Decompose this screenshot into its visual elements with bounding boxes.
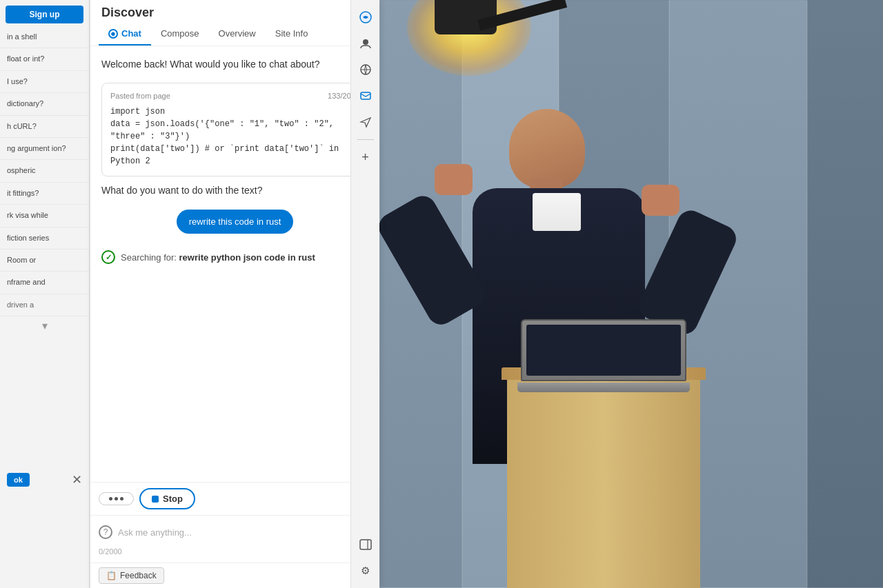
laptop-screen	[526, 325, 681, 376]
copilot-header: Discover ● Chat Compose Overview Site In…	[90, 0, 379, 46]
copilot-icon	[359, 11, 372, 23]
question-item[interactable]: rk visa while	[0, 205, 89, 227]
chat-content: Welcome back! What would you like to cha…	[90, 46, 379, 482]
tab-compose[interactable]: Compose	[151, 23, 209, 45]
svg-point-1	[363, 39, 368, 45]
signup-button[interactable]: Sign up	[6, 6, 83, 23]
char-count-row: 0/2000 ✎	[99, 545, 371, 560]
question-item[interactable]: nframe and	[0, 272, 89, 294]
dot-1	[109, 497, 112, 500]
person-collar	[533, 193, 581, 231]
question-item[interactable]: Room or	[0, 250, 89, 272]
searching-row: ✓ Searching for: rewrite python json cod…	[101, 245, 368, 270]
more-options-button[interactable]	[99, 492, 134, 505]
send-icon	[359, 116, 372, 128]
person-left-hand	[435, 164, 473, 195]
feedback-icon: 📋	[106, 571, 117, 580]
outlook-icon-btn[interactable]	[355, 85, 376, 106]
tab-chat-label: Chat	[121, 28, 141, 39]
tab-overview[interactable]: Overview	[209, 23, 266, 45]
plus-icon-btn[interactable]: +	[355, 147, 376, 168]
send-icon-btn[interactable]	[355, 112, 376, 132]
icon-bar: + ⚙	[350, 0, 379, 588]
question-item[interactable]: dictionary?	[0, 93, 89, 115]
dot-2	[115, 497, 118, 500]
chat-tab-icon: ●	[108, 29, 118, 39]
settings-gear-icon: ⚙	[361, 565, 370, 577]
tab-siteinfo-label: Site Info	[275, 28, 308, 39]
questions-panel: Sign up in a shell float or int? I use? …	[0, 0, 90, 588]
char-count-display: 0/2000	[99, 547, 122, 556]
laptop-base	[517, 383, 690, 392]
laptop-lid	[521, 319, 686, 381]
globe-icon-btn[interactable]	[355, 59, 376, 80]
user-bubble-wrap: rewrite this code in rust	[101, 204, 368, 239]
ask-icon: ?	[99, 525, 112, 539]
user-icon-btn[interactable]	[355, 33, 376, 54]
copilot-footer: 📋 Feedback ⚙	[90, 562, 379, 588]
question-item[interactable]: ospheric	[0, 160, 89, 182]
ask-placeholder: Ask me anything...	[118, 527, 192, 538]
sidebar-toggle-icon	[359, 538, 372, 551]
question-item[interactable]: fiction series	[0, 227, 89, 250]
prompt-question: What do you want to do with the text?	[101, 185, 368, 196]
searching-status: Searching for:	[121, 252, 177, 263]
svg-rect-4	[360, 540, 371, 549]
dot-3	[120, 497, 123, 500]
user-message-bubble: rewrite this code in rust	[177, 210, 294, 234]
question-item[interactable]: it fittings?	[0, 183, 89, 205]
action-button[interactable]: ok	[7, 473, 30, 487]
tab-chat[interactable]: ● Chat	[99, 23, 151, 45]
plus-icon: +	[361, 150, 369, 165]
podium	[507, 374, 700, 588]
stop-button[interactable]: Stop	[139, 488, 195, 509]
tab-overview-label: Overview	[219, 28, 256, 39]
question-item[interactable]: float or int?	[0, 48, 89, 70]
question-item[interactable]: driven a	[0, 294, 89, 316]
ask-input-wrap: ? Ask me anything...	[99, 520, 371, 545]
tab-compose-label: Compose	[161, 28, 199, 39]
searching-query: rewrite python json code in rust	[179, 252, 315, 263]
tab-siteinfo[interactable]: Site Info	[266, 23, 318, 45]
settings-icon-btn[interactable]: ⚙	[355, 560, 376, 581]
copilot-icon-btn[interactable]	[355, 7, 376, 28]
searching-label: Searching for: rewrite python json code …	[121, 252, 315, 263]
outlook-icon	[359, 90, 372, 102]
pasted-label: Pasted from page	[110, 92, 170, 100]
question-item[interactable]: I use?	[0, 71, 89, 93]
welcome-message: Welcome back! What would you like to cha…	[101, 57, 368, 72]
svg-rect-3	[361, 92, 370, 99]
feedback-label: Feedback	[120, 571, 157, 580]
code-content: import json data = json.loads('{"one" : …	[110, 105, 359, 168]
person-head	[509, 109, 585, 188]
discover-title: Discover	[99, 6, 371, 20]
stop-label: Stop	[163, 494, 183, 504]
user-icon	[359, 37, 372, 50]
question-item[interactable]: in a shell	[0, 26, 89, 48]
stop-icon	[152, 496, 159, 503]
question-item[interactable]: ng argument ion?	[0, 138, 89, 160]
globe-icon	[359, 63, 372, 76]
person-right-hand	[642, 185, 679, 216]
feedback-button[interactable]: 📋 Feedback	[99, 567, 164, 584]
scroll-indicator: ▾	[0, 316, 89, 335]
tabs-row: ● Chat Compose Overview Site Info	[99, 23, 371, 45]
action-bar: Stop	[90, 482, 379, 515]
check-icon: ✓	[101, 250, 115, 264]
input-area: ? Ask me anything... 0/2000 ✎	[90, 515, 379, 562]
question-item[interactable]: h cURL?	[0, 116, 89, 138]
code-card: Pasted from page 133/2000 import json da…	[101, 83, 368, 176]
code-card-header: Pasted from page 133/2000	[110, 92, 359, 100]
close-button[interactable]: ✕	[72, 472, 82, 487]
background-scene	[379, 0, 883, 588]
sidebar-toggle-btn[interactable]	[355, 534, 376, 555]
copilot-panel: Discover ● Chat Compose Overview Site In…	[90, 0, 379, 588]
icon-divider	[357, 139, 374, 140]
